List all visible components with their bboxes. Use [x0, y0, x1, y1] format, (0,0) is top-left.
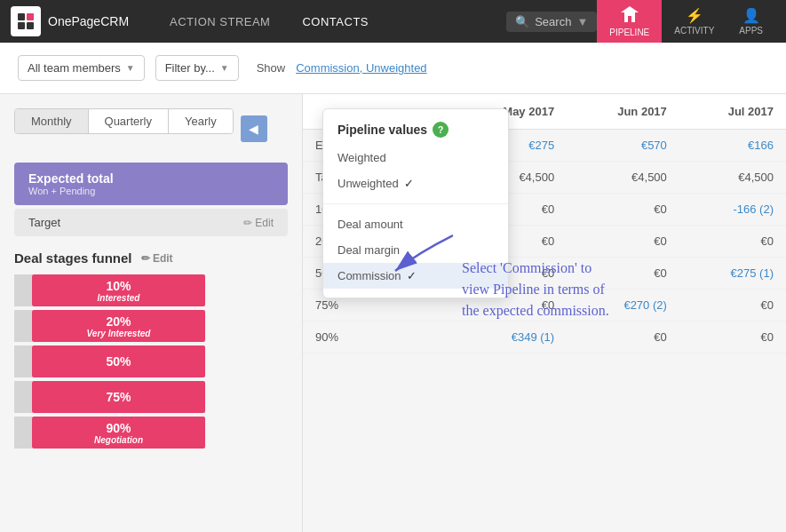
funnel-row-90: 90% Negotiation — [14, 417, 288, 449]
row-jul-50[interactable]: €275 (1) — [679, 258, 786, 290]
funnel-bar-75[interactable]: 75% — [32, 381, 205, 413]
activity-nav-button[interactable]: ⚡ ACTIVITY — [662, 0, 726, 43]
search-icon: 🔍 — [515, 15, 529, 28]
nav-action-stream[interactable]: ACTION STREAM — [154, 0, 286, 43]
funnel-stages: 10% Interested 20% Very Interested 50% — [14, 274, 288, 449]
popup-item-commission[interactable]: Commission ✓ — [323, 263, 508, 289]
row-jul-75: €0 — [679, 290, 786, 322]
row-jul-10[interactable]: -166 (2) — [679, 194, 786, 226]
funnel-pct-75: 75% — [106, 390, 131, 404]
funnel-title: Deal stages funnel ✏ Edit — [14, 250, 288, 266]
funnel-row-10: 10% Interested — [14, 274, 288, 306]
quarterly-tab[interactable]: Quarterly — [89, 109, 169, 133]
funnel-edit-button[interactable]: ✏ Edit — [141, 252, 173, 265]
left-panel: Monthly Quarterly Yearly ◀ Expected tota… — [0, 94, 302, 532]
prev-period-button[interactable]: ◀ — [241, 115, 267, 142]
target-label: Target — [28, 216, 60, 229]
top-navigation: OnePageCRM ACTION STREAM CONTACTS 🔍 Sear… — [0, 0, 786, 43]
row-jun-90: €0 — [567, 322, 679, 353]
apps-icon: 👤 — [742, 7, 760, 24]
popup-item-weighted[interactable]: Weighted — [323, 145, 508, 171]
funnel-bar-50[interactable]: 50% — [32, 345, 205, 377]
team-members-label: All team members — [28, 61, 121, 75]
filter-dropdown-caret-icon: ▼ — [220, 63, 229, 73]
table-row-90: 90% €349 (1) €0 €0 — [303, 322, 786, 353]
show-value[interactable]: Commission, Unweighted — [296, 61, 426, 75]
toolbar: All team members ▼ Filter by... ▼ Show C… — [0, 43, 786, 94]
popup-weighted-label: Weighted — [337, 151, 386, 164]
team-dropdown-caret-icon: ▼ — [126, 63, 135, 73]
search-bar[interactable]: 🔍 Search ▼ — [506, 12, 597, 32]
popup-deal-amount-label: Deal amount — [337, 218, 403, 231]
target-edit-button[interactable]: ✏ Edit — [243, 217, 274, 229]
row-jul-target: €4,500 — [679, 162, 786, 194]
logo-text: OnePageCRM — [48, 14, 129, 28]
funnel-bar-20[interactable]: 20% Very Interested — [32, 310, 205, 342]
search-label: Search — [535, 15, 571, 28]
nav-right-icons: PIPELINE ⚡ ACTIVITY 👤 APPS — [597, 0, 775, 43]
apps-nav-button[interactable]: 👤 APPS — [726, 0, 775, 43]
row-label-90: 90% — [303, 322, 451, 353]
funnel-title-text: Deal stages funnel — [14, 250, 132, 266]
popup-item-deal-amount[interactable]: Deal amount — [323, 211, 508, 237]
filter-by-label: Filter by... — [165, 61, 215, 75]
expected-total-label: Expected total — [28, 171, 274, 186]
popup-commission-check-icon: ✓ — [407, 269, 417, 282]
funnel-pct-20: 20% — [106, 314, 131, 329]
funnel-bar-10[interactable]: 10% Interested — [32, 274, 205, 306]
nav-contacts[interactable]: CONTACTS — [286, 0, 385, 43]
row-jun-expected[interactable]: €570 — [567, 130, 679, 162]
funnel-gray-10 — [14, 274, 32, 306]
filter-by-dropdown[interactable]: Filter by... ▼ — [155, 55, 239, 81]
show-label: Show — [257, 61, 286, 75]
logo-icon — [11, 6, 41, 36]
activity-label: ACTIVITY — [674, 26, 714, 36]
team-members-dropdown[interactable]: All team members ▼ — [18, 55, 145, 81]
logo-area: OnePageCRM — [11, 6, 129, 36]
funnel-name-20: Very Interested — [87, 329, 151, 338]
expected-total-row[interactable]: Expected total Won + Pending — [14, 163, 288, 205]
row-may-90[interactable]: €349 (1) — [451, 322, 567, 353]
funnel-gray-90 — [14, 417, 32, 449]
pipeline-icon — [621, 6, 639, 26]
popup-item-unweighted[interactable]: Unweighted ✓ — [323, 171, 508, 196]
funnel-name-10: Interested — [98, 293, 140, 303]
row-jun-target: €4,500 — [567, 162, 679, 194]
row-jun-75[interactable]: €270 (2) — [567, 290, 679, 322]
monthly-tab[interactable]: Monthly — [15, 109, 89, 133]
pipeline-label: PIPELINE — [609, 28, 649, 37]
row-jul-20: €0 — [679, 226, 786, 258]
search-caret-icon: ▼ — [576, 15, 588, 28]
popup-item-deal-margin[interactable]: Deal margin — [323, 237, 508, 263]
pipeline-nav-button[interactable]: PIPELINE — [597, 0, 662, 43]
funnel-name-90: Negotiation — [94, 435, 143, 445]
svg-rect-1 — [27, 13, 34, 20]
funnel-bar-90[interactable]: 90% Negotiation — [32, 417, 205, 449]
popup-unweighted-label: Unweighted — [337, 177, 399, 190]
svg-rect-0 — [18, 13, 25, 20]
yearly-tab[interactable]: Yearly — [169, 109, 233, 133]
svg-marker-4 — [621, 6, 639, 22]
funnel-row-50: 50% — [14, 345, 288, 377]
svg-rect-2 — [18, 22, 25, 29]
funnel-gray-20 — [14, 310, 32, 342]
svg-rect-3 — [27, 22, 34, 29]
pipeline-values-popup: Pipeline values ? Weighted Unweighted ✓ … — [322, 108, 509, 298]
funnel-pct-10: 10% — [106, 279, 131, 293]
expected-total-sublabel: Won + Pending — [28, 186, 274, 196]
funnel-row-20: 20% Very Interested — [14, 310, 288, 342]
row-jul-90: €0 — [679, 322, 786, 353]
nav-links: ACTION STREAM CONTACTS — [154, 0, 499, 43]
popup-divider — [323, 203, 508, 204]
row-jun-50: €0 — [567, 258, 679, 290]
funnel-pct-90: 90% — [106, 421, 131, 435]
funnel-pct-50: 50% — [106, 354, 131, 369]
popup-unweighted-check-icon: ✓ — [404, 177, 414, 190]
popup-title: Pipeline values ? — [323, 122, 508, 145]
funnel-row-75: 75% — [14, 381, 288, 413]
col-header-jul: Jul 2017 — [679, 94, 786, 130]
row-jul-expected[interactable]: €166 — [679, 130, 786, 162]
target-row[interactable]: Target ✏ Edit — [14, 209, 288, 236]
col-header-jun: Jun 2017 — [567, 94, 679, 130]
help-icon[interactable]: ? — [433, 122, 449, 138]
